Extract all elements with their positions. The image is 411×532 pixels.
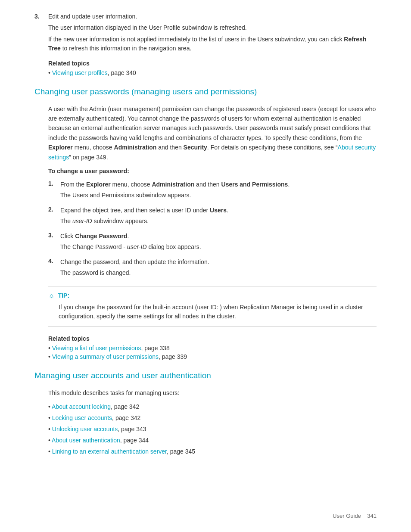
step3-cp-sub-suffix: dialog box appears. — [147, 243, 201, 250]
related-topics-2-item-1-suffix: , page 339 — [159, 353, 187, 360]
section2-item-3: About user authentication, page 344 — [48, 436, 377, 445]
step4-text: Change the password, and then update the… — [60, 258, 209, 265]
section1-body: A user with the Admin (user management) … — [34, 104, 377, 361]
section2-list: About account locking, page 342 Locking … — [48, 402, 377, 456]
related-topics-2-list: Viewing a list of user permissions, page… — [48, 345, 377, 360]
section1-body1-and: and then — [156, 144, 183, 151]
section1-heading: Changing user passwords (managing users … — [34, 87, 377, 97]
step3-cp-suffix: . — [128, 233, 129, 240]
change-pw-step1-num: 1. — [48, 180, 56, 200]
related-topics-2-title: Related topics — [48, 335, 377, 342]
tip-icon: ☼ — [48, 292, 55, 299]
change-pw-step2-num: 2. — [48, 206, 56, 226]
section2-item-0-suffix: , page 342 — [111, 403, 139, 410]
step3-number: 3. — [34, 13, 43, 20]
unlocking-user-accounts-link[interactable]: Unlocking user accounts — [52, 426, 118, 432]
step1-sub: The Users and Permissions subwindow appe… — [60, 191, 377, 200]
step3-sub2: If the new user information is not appli… — [48, 35, 377, 53]
change-pw-step4-num: 4. — [48, 258, 56, 277]
page-container: 3. Edit and update user information. The… — [0, 0, 411, 532]
about-account-locking-link[interactable]: About account locking — [52, 403, 111, 410]
section2-item-4: Linking to an external authentication se… — [48, 447, 377, 456]
related-topics-1: Related topics Viewing user profiles, pa… — [34, 60, 377, 76]
section2-item-1: Locking user accounts, page 342 — [48, 414, 377, 423]
section1-body1-prefix: A user with the Admin (user management) … — [48, 106, 376, 141]
related-topics-1-title: Related topics — [48, 60, 377, 67]
step3-sub2-prefix: If the new user information is not appli… — [48, 36, 344, 43]
step1-suffix: . — [288, 181, 290, 188]
change-pw-step2-text: Expand the object tree, and then select … — [60, 206, 377, 226]
section2-item-0: About account locking, page 342 — [48, 402, 377, 411]
step2-sub-italic: user-ID — [72, 218, 92, 224]
change-pw-step1-text: From the Explorer menu, choose Administr… — [60, 180, 377, 200]
change-pw-step1: 1. From the Explorer menu, choose Admini… — [48, 180, 377, 200]
step2-sub-prefix: The — [60, 218, 72, 224]
step1-mid1: menu, choose — [111, 181, 152, 188]
step3-cp-sub: The Change Password - user-ID dialog box… — [60, 243, 377, 252]
step1-admin: Administration — [152, 181, 194, 188]
step3-sub1: The user information displayed in the Us… — [48, 23, 377, 32]
tip-label: TIP: — [58, 292, 69, 299]
locking-user-accounts-link[interactable]: Locking user accounts — [52, 414, 112, 421]
section1-admin: Administration — [114, 144, 157, 151]
step3-text: Edit and update user information. — [48, 13, 377, 20]
step3-change-pw: Change Password — [75, 233, 127, 240]
section2-item-1-suffix: , page 342 — [112, 414, 140, 421]
footer-page: 341 — [367, 513, 377, 519]
step2-prefix: Expand the object tree, and then select … — [60, 207, 210, 214]
tip-header: ☼ TIP: — [48, 292, 377, 299]
step2-suffix: . — [227, 207, 228, 214]
step4-sub: The password is changed. — [60, 268, 377, 277]
step3-cp-sub-italic: user-ID — [127, 243, 147, 250]
step2-sub: The user-ID subwindow appears. — [60, 217, 377, 226]
tip-box: ☼ TIP: If you change the password for th… — [48, 286, 377, 327]
viewing-list-permissions-link[interactable]: Viewing a list of user permissions — [52, 345, 141, 352]
section1-intro: A user with the Admin (user management) … — [48, 104, 377, 162]
section2-intro: This module describes tasks for managing… — [48, 388, 377, 398]
step3-cp-sub-prefix: The Change Password - — [60, 243, 127, 250]
change-pw-step3-text: Click Change Password. The Change Passwo… — [60, 232, 377, 252]
step3-block: 3. Edit and update user information. — [34, 13, 377, 20]
section2-body: This module describes tasks for managing… — [34, 388, 377, 456]
change-pw-step4: 4. Change the password, and then update … — [48, 258, 377, 277]
related-topics-1-item-0-suffix: , page 340 — [108, 69, 136, 76]
page-footer: User Guide 341 — [333, 513, 377, 519]
step2-users: Users — [210, 207, 227, 214]
about-user-auth-link[interactable]: About user authentication — [52, 437, 120, 444]
section2-item-2: Unlocking user accounts, page 343 — [48, 425, 377, 434]
section1-sub-heading: To change a user password: — [48, 166, 377, 176]
change-pw-step3: 3. Click Change Password. The Change Pas… — [48, 232, 377, 252]
related-topics-2-item-0: Viewing a list of user permissions, page… — [48, 345, 377, 352]
step2-sub-suffix: subwindow appears. — [92, 218, 149, 224]
related-topics-2-item-1: Viewing a summary of user permissions, p… — [48, 353, 377, 360]
step1-users-perms: Users and Permissions — [221, 181, 288, 188]
step3-cp-prefix: Click — [60, 233, 75, 240]
related-topics-1-item-0: Viewing user profiles, page 340 — [48, 69, 377, 76]
section2-item-2-suffix: , page 343 — [118, 426, 146, 432]
step3-sub1-block: The user information displayed in the Us… — [34, 23, 377, 53]
section2-heading: Managing user accounts and user authenti… — [34, 370, 377, 381]
change-pw-step2: 2. Expand the object tree, and then sele… — [48, 206, 377, 226]
step1-mid2: and then — [194, 181, 221, 188]
section1-explorer: Explorer — [48, 144, 73, 151]
section2-item-4-suffix: , page 345 — [167, 448, 195, 455]
linking-external-auth-link[interactable]: Linking to an external authentication se… — [52, 448, 167, 455]
related-topics-2-item-0-suffix: , page 338 — [141, 345, 170, 352]
related-topics-1-list: Viewing user profiles, page 340 — [48, 69, 377, 76]
section2-item-3-suffix: , page 344 — [120, 437, 149, 444]
section1-security: Security — [184, 144, 207, 151]
tip-content: If you change the password for the built… — [48, 303, 377, 321]
section1-body1-suffix-prefix: . For details on specifying these condit… — [207, 144, 338, 151]
footer-label: User Guide — [333, 513, 361, 519]
step1-explorer: Explorer — [86, 181, 111, 188]
change-pw-step4-text: Change the password, and then update the… — [60, 258, 377, 277]
tip-text: If you change the password for the built… — [59, 304, 363, 320]
change-pw-step3-num: 3. — [48, 232, 56, 252]
step3-sub2-suffix: to refresh this information in the navig… — [61, 45, 192, 52]
related-topics-2: Related topics Viewing a list of user pe… — [48, 335, 377, 360]
section1-body1-mid: menu, choose — [73, 144, 114, 151]
section1-body1-suffix: ” on page 349. — [69, 154, 108, 161]
viewing-user-profiles-link[interactable]: Viewing user profiles — [52, 69, 108, 76]
step1-prefix: From the — [60, 181, 86, 188]
viewing-summary-permissions-link[interactable]: Viewing a summary of user permissions — [52, 353, 159, 360]
